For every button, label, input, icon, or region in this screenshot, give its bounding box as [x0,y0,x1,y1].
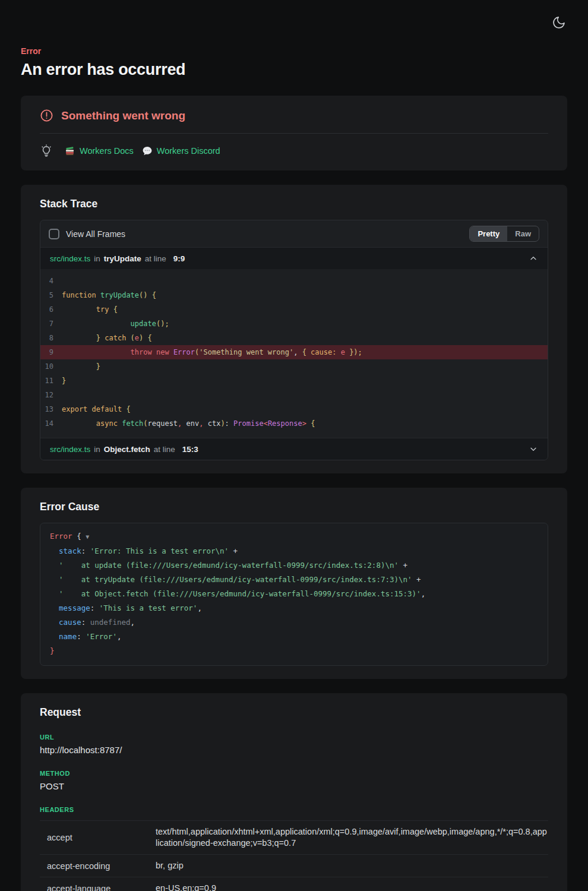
divider [40,133,548,134]
header-row: accept-languageen-US,en;q=0.9 [40,877,548,891]
stack-frame-header-1[interactable]: src/index.ts in tryUpdate at line 9:9 [40,247,548,269]
header-value: en-US,en;q=0.9 [156,883,548,891]
code-line: 14 async fetch(request, env, ctx): Promi… [40,416,548,431]
request-card: Request URL http://localhost:8787/ METHO… [21,693,567,891]
page-title: An error has occurred [21,61,567,79]
error-cause-card: Error Cause Error { ▼ stack: 'Error: Thi… [21,488,567,679]
stack-frame-header-2[interactable]: src/index.ts in Object.fetch at line 15:… [40,438,548,460]
error-cause-block: Error { ▼ stack: 'Error: This is a test … [40,523,548,666]
code-line: 12 [40,388,548,402]
source-code-block: 45function tryUpdate() {6 try {7 update(… [40,269,548,438]
code-line: 11} [40,374,548,388]
line-number: 8 [40,331,62,345]
line-number: 14 [40,416,62,431]
code-line: 8 } catch (e) { [40,331,548,345]
stack-trace-toolbar: View All Frames Pretty Raw [40,220,548,247]
stack-trace-title: Stack Trace [40,198,548,210]
frame-at-word: at line [154,445,175,454]
url-label: URL [40,734,548,741]
frame-function-name: tryUpdate [104,254,141,263]
error-cause-line: message: 'This is a test error', [50,601,538,615]
error-summary-card: Something went wrong Workers Docs Worker… [21,96,567,170]
moon-icon [552,23,566,31]
header-value: text/html,application/xhtml+xml,applicat… [156,826,548,849]
frame-in-word: in [94,254,100,263]
collapse-toggle-icon[interactable]: ▼ [86,533,89,540]
error-eyebrow: Error [21,46,567,56]
request-title: Request [40,706,548,719]
line-number: 12 [40,388,62,402]
line-number: 6 [40,302,62,317]
error-message-title: Something went wrong [61,109,185,122]
header-row: accepttext/html,application/xhtml+xml,ap… [40,821,548,855]
pretty-tab[interactable]: Pretty [470,226,507,241]
error-cause-line: ' at tryUpdate (file:///Users/edmund/icy… [50,573,538,587]
frame-file-name: src/index.ts [50,445,90,454]
frame-in-word: in [94,445,100,454]
error-cause-title: Error Cause [40,501,548,513]
view-all-frames-checkbox[interactable]: View All Frames [49,229,125,239]
checkbox-box[interactable] [49,229,59,239]
view-all-frames-label: View All Frames [66,229,125,239]
code-line: 4 [40,274,548,288]
line-number: 7 [40,317,62,331]
warning-circle-icon [40,109,53,122]
speech-balloon-icon [142,146,153,156]
code-line: 7 update(); [40,317,548,331]
headers-label: HEADERS [40,806,548,813]
workers-docs-link[interactable]: Workers Docs [65,146,134,156]
frame-file-name: src/index.ts [50,254,90,263]
error-cause-line: ' at update (file:///Users/edmund/icy-wa… [50,558,538,573]
error-cause-line: cause: undefined, [50,615,538,630]
line-number: 9 [40,345,62,359]
raw-tab[interactable]: Raw [507,226,539,241]
header-name: accept [47,833,156,842]
headers-table: accepttext/html,application/xhtml+xml,ap… [40,820,548,891]
frame-line-number: 15:3 [182,445,198,454]
error-cause-line: Error { ▼ [50,529,538,544]
error-cause-line: } [50,644,538,658]
header-name: accept-encoding [47,861,156,871]
workers-discord-link[interactable]: Workers Discord [142,146,220,156]
code-line: 5function tryUpdate() { [40,288,548,302]
error-cause-line: ' at Object.fetch (file:///Users/edmund/… [50,587,538,601]
stack-trace-panel: View All Frames Pretty Raw src/index.ts … [40,220,548,460]
line-number: 11 [40,374,62,388]
code-line: 13export default { [40,402,548,416]
line-number: 5 [40,288,62,302]
format-toggle: Pretty Raw [469,226,539,242]
chevron-up-icon[interactable] [529,254,538,263]
method-label: METHOD [40,770,548,777]
error-cause-line: stack: 'Error: This is a test error\n' + [50,544,538,558]
lightbulb-icon [40,144,53,157]
header-name: accept-language [47,884,156,891]
header-value: br, gzip [156,860,548,871]
books-icon [65,146,75,156]
code-line: 6 try { [40,302,548,317]
chevron-down-icon[interactable] [529,444,538,454]
line-number: 4 [40,274,62,288]
theme-toggle-button[interactable] [551,15,567,31]
header-row: accept-encodingbr, gzip [40,855,548,877]
error-cause-line: name: 'Error', [50,630,538,644]
method-value: POST [40,781,548,791]
frame-line-number: 9:9 [173,254,185,263]
frame-at-word: at line [145,254,166,263]
topbar [0,0,588,31]
page-header: Error An error has occurred [21,46,567,79]
highlighted-code-line: 9 throw new Error('Something went wrong'… [40,345,548,359]
url-value: http://localhost:8787/ [40,745,548,755]
workers-discord-label: Workers Discord [157,146,220,156]
line-number: 13 [40,402,62,416]
code-line: 10 } [40,359,548,374]
frame-function-name: Object.fetch [104,445,150,454]
workers-docs-label: Workers Docs [80,146,134,156]
line-number: 10 [40,359,62,374]
stack-trace-card: Stack Trace View All Frames Pretty Raw s… [21,185,567,473]
